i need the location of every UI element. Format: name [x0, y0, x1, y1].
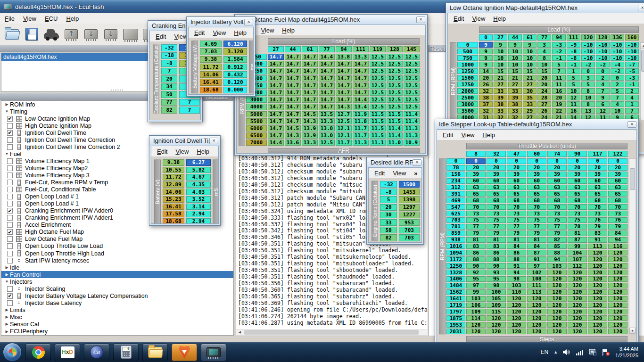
- menu-help[interactable]: Help: [282, 27, 295, 34]
- table-cell[interactable]: 120: [588, 276, 607, 282]
- table-cell[interactable]: 63: [588, 185, 607, 190]
- table-cell[interactable]: -3: [625, 75, 639, 81]
- table-cell[interactable]: 2: [625, 88, 639, 94]
- table-cell[interactable]: 20: [487, 165, 506, 171]
- table-cell[interactable]: 112: [568, 263, 587, 269]
- menu-view[interactable]: View: [393, 170, 406, 177]
- table-cell[interactable]: 12.5: [370, 75, 386, 82]
- table-cell[interactable]: 11.5: [370, 111, 386, 117]
- action-center-flag-icon[interactable]: [602, 349, 610, 356]
- table-cell[interactable]: 11: [552, 82, 566, 87]
- table-cell[interactable]: 120: [608, 250, 627, 255]
- table-cell[interactable]: 0: [527, 158, 546, 164]
- table-cell[interactable]: 6.27: [186, 159, 211, 166]
- table-cell[interactable]: 3.52: [186, 196, 211, 203]
- table-cell[interactable]: 120: [588, 303, 607, 308]
- table-cell[interactable]: 120: [527, 296, 546, 302]
- table-cell[interactable]: 91: [588, 237, 607, 243]
- menu-view[interactable]: View: [261, 27, 274, 34]
- table-cell[interactable]: 120: [608, 270, 627, 275]
- language-indicator[interactable]: EN: [540, 349, 548, 355]
- table-cell[interactable]: 39: [507, 172, 526, 177]
- table-cell[interactable]: 60: [588, 178, 607, 184]
- table-cell[interactable]: -2: [581, 62, 595, 67]
- table-cell[interactable]: 120: [568, 283, 587, 288]
- table-cell[interactable]: 16.41: [200, 79, 222, 85]
- menu-overflow-chevron[interactable]: »: [414, 170, 417, 177]
- table-cell[interactable]: 120: [608, 322, 627, 328]
- table-cell[interactable]: 24: [537, 88, 551, 94]
- table-cell[interactable]: 110: [507, 289, 526, 295]
- table-cell[interactable]: 1.584: [223, 56, 247, 63]
- table-cell[interactable]: 106: [466, 303, 486, 308]
- window-titlebar[interactable]: Desired Idle RP...✕: [367, 157, 423, 167]
- table-cell[interactable]: 11.4: [404, 118, 420, 124]
- table-cell[interactable]: 87: [527, 250, 546, 255]
- tree-item-checkbox[interactable]: ✔: [7, 208, 13, 214]
- taskbar-button-cb[interactable]: CB: [84, 344, 109, 361]
- tree-item-checkbox[interactable]: [7, 236, 13, 242]
- table-cell[interactable]: 34: [161, 83, 177, 90]
- table-cell[interactable]: 21: [494, 75, 507, 81]
- table-cell[interactable]: 84: [507, 244, 526, 249]
- table-cell[interactable]: 7: [161, 68, 177, 75]
- menu-help[interactable]: Help: [66, 15, 79, 22]
- table-cell[interactable]: 120: [608, 303, 627, 308]
- table-cell[interactable]: 120: [487, 315, 506, 321]
- table-cell[interactable]: 83: [588, 230, 607, 236]
- tree-branch-limits[interactable]: ▶Limits: [1, 306, 233, 313]
- table-cell[interactable]: 120: [588, 283, 607, 288]
- tree-collapsed-arrow-icon[interactable]: ▶: [4, 315, 10, 319]
- table-cell[interactable]: -10: [611, 55, 624, 61]
- table-cell[interactable]: 12.1: [336, 125, 352, 132]
- table-cell[interactable]: -2: [552, 49, 566, 54]
- table-cell[interactable]: 12.5: [336, 118, 352, 124]
- table-cell[interactable]: -10: [625, 55, 639, 61]
- tree-item-checkbox[interactable]: [7, 251, 13, 256]
- read-from-ecu-button[interactable]: ↑: [61, 25, 81, 44]
- table-cell[interactable]: 14.7: [319, 68, 335, 74]
- table-cell[interactable]: 63: [608, 185, 627, 190]
- taskbar-button-brave[interactable]: [172, 344, 197, 361]
- table-cell[interactable]: 70: [588, 204, 607, 210]
- table-cell[interactable]: 14.4: [353, 97, 369, 103]
- table-cell[interactable]: 81: [487, 237, 506, 243]
- table-cell[interactable]: 15: [494, 68, 507, 74]
- table-cell[interactable]: 14.5: [302, 111, 318, 117]
- table-cell[interactable]: 2: [596, 75, 610, 81]
- table-cell[interactable]: -10: [611, 49, 624, 54]
- table-cell[interactable]: 20: [568, 165, 587, 171]
- vertical-scrollbar[interactable]: ▼: [629, 158, 636, 334]
- table-cell[interactable]: 13.3: [319, 118, 335, 124]
- table-cell[interactable]: 120: [527, 315, 546, 321]
- table-cell[interactable]: 0: [611, 75, 624, 81]
- table-cell[interactable]: 20: [527, 165, 546, 171]
- table-cell[interactable]: 12.5: [404, 54, 420, 60]
- table-cell[interactable]: 12.5: [370, 90, 386, 96]
- menu-edit[interactable]: Edit: [374, 170, 385, 177]
- table-cell[interactable]: 120: [588, 329, 607, 334]
- table-cell[interactable]: 39: [588, 172, 607, 177]
- table-cell[interactable]: 4.69: [200, 41, 222, 47]
- table-cell[interactable]: 14.7: [268, 61, 284, 67]
- table-cell[interactable]: 33: [494, 88, 507, 94]
- table-cell[interactable]: 12.89: [163, 181, 184, 188]
- table-cell[interactable]: 111: [527, 283, 546, 288]
- table-cell[interactable]: 120: [608, 276, 627, 282]
- table-cell[interactable]: 120: [507, 329, 526, 334]
- table-cell[interactable]: 29: [523, 108, 537, 114]
- table-cell[interactable]: 39: [608, 172, 627, 177]
- tree-item[interactable]: Injector Scaling: [1, 285, 233, 292]
- table-cell[interactable]: 33: [523, 101, 537, 107]
- table-cell[interactable]: 0: [588, 158, 607, 164]
- tree-collapsed-arrow-icon[interactable]: ▶: [4, 265, 10, 270]
- table-cell[interactable]: -7: [625, 62, 639, 67]
- menu-view[interactable]: View: [174, 33, 187, 40]
- table-cell[interactable]: 5: [581, 82, 595, 87]
- table-cell[interactable]: 16: [567, 108, 580, 114]
- table-cell[interactable]: -8: [567, 49, 580, 54]
- table-cell[interactable]: 4: [625, 95, 639, 100]
- table-cell[interactable]: 90: [466, 263, 486, 269]
- table-cell[interactable]: 4: [611, 101, 624, 107]
- table-cell[interactable]: 120: [568, 276, 587, 282]
